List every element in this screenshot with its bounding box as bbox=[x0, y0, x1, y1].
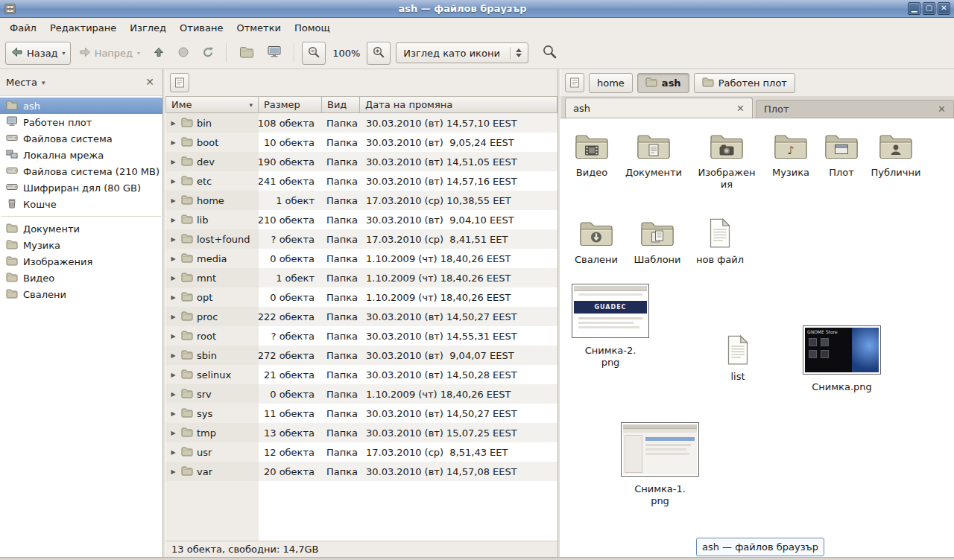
taskbar-window-button[interactable]: ash — файлов браузър bbox=[696, 538, 824, 556]
search-button[interactable] bbox=[537, 42, 563, 65]
minimize-button[interactable]: ▁ bbox=[908, 2, 920, 15]
sidebar-item-filesystem-210mb[interactable]: Файлова система (210 MB) bbox=[0, 163, 162, 179]
path-button-desktop[interactable]: Работен плот bbox=[694, 73, 795, 93]
file-row-var[interactable]: ▶ var20 обектаПапка30.03.2010 (вт) 14,57… bbox=[165, 462, 557, 481]
column-header-name[interactable]: Име▾ bbox=[165, 96, 259, 113]
stop-button[interactable] bbox=[172, 42, 195, 65]
file-row-boot[interactable]: ▶ boot10 обектаПапка30.03.2010 (вт) 9,05… bbox=[165, 133, 557, 152]
icon-item-documents[interactable]: Документи bbox=[620, 133, 687, 179]
sidebar-item-documents[interactable]: Документи bbox=[0, 220, 162, 237]
forward-dropdown-icon[interactable]: ▾ bbox=[137, 50, 140, 57]
file-row-sys[interactable]: ▶ sys11 обектаПапка30.03.2010 (вт) 14,50… bbox=[165, 404, 557, 423]
sidebar-item-encrypted-80gb[interactable]: Шифриран дял (80 GB) bbox=[0, 179, 162, 196]
file-row-opt[interactable]: ▶ opt0 обектаПапка1.10.2009 (чт) 18,40,2… bbox=[165, 287, 557, 307]
sidebar-item-filesystem[interactable]: Файлова система bbox=[0, 130, 162, 147]
sidebar-item-music[interactable]: Музика bbox=[0, 237, 162, 253]
expander-icon[interactable]: ▶ bbox=[169, 410, 177, 417]
file-row-home[interactable]: ▶ home1 обектПапка17.03.2010 (ср) 10,38,… bbox=[165, 191, 557, 210]
zoom-in-button[interactable] bbox=[367, 42, 391, 65]
up-button[interactable] bbox=[148, 42, 170, 65]
home-button[interactable] bbox=[234, 42, 259, 65]
tab-close-icon[interactable]: ✕ bbox=[938, 104, 946, 114]
expander-icon[interactable]: ▶ bbox=[169, 217, 177, 223]
forward-button[interactable]: Напред ▾ bbox=[73, 42, 146, 65]
path-button-ash[interactable]: ash bbox=[637, 73, 689, 93]
sidebar-item-desktop[interactable]: Работен плот bbox=[0, 114, 162, 130]
back-dropdown-icon[interactable]: ▾ bbox=[63, 50, 66, 57]
view-mode-select[interactable]: Изглед като икони bbox=[396, 42, 528, 63]
file-row-bin[interactable]: ▶ bin108 обектаПапка30.03.2010 (вт) 14,5… bbox=[165, 113, 557, 133]
expander-icon[interactable]: ▶ bbox=[169, 294, 177, 301]
expander-icon[interactable]: ▶ bbox=[169, 372, 177, 378]
column-header-type[interactable]: Вид bbox=[322, 96, 360, 113]
tab-close-icon[interactable]: ✕ bbox=[736, 104, 745, 113]
file-row-srv[interactable]: ▶ srv0 обектаПапка1.10.2009 (чт) 18,40,2… bbox=[165, 384, 557, 404]
file-row-media[interactable]: ▶ media0 обектаПапка1.10.2009 (чт) 18,40… bbox=[165, 249, 557, 268]
sidebar-item-pictures[interactable]: Изображения bbox=[0, 253, 162, 270]
file-row-mnt[interactable]: ▶ mnt1 обектПапка1.10.2009 (чт) 18,40,26… bbox=[165, 268, 557, 287]
expander-icon[interactable]: ▶ bbox=[169, 391, 177, 398]
expander-icon[interactable]: ▶ bbox=[169, 139, 177, 146]
icon-item-downloads[interactable]: Свалени bbox=[563, 220, 630, 266]
location-toggle-button[interactable] bbox=[565, 73, 584, 92]
expander-icon[interactable]: ▶ bbox=[169, 197, 177, 204]
expander-icon[interactable]: ▶ bbox=[169, 159, 177, 165]
expander-icon[interactable]: ▶ bbox=[169, 178, 177, 185]
menu-view[interactable]: Изглед bbox=[123, 18, 173, 37]
icon-item-snimka-1[interactable]: Снимка-1.png bbox=[621, 422, 699, 507]
location-toggle-button[interactable] bbox=[170, 73, 189, 92]
file-row-dev[interactable]: ▶ dev190 обектаПапка30.03.2010 (вт) 14,5… bbox=[165, 152, 557, 171]
file-row-selinux[interactable]: ▶ selinux21 обектаПапка30.03.2010 (вт) 1… bbox=[165, 365, 557, 384]
tab-desktop[interactable]: Плот✕ bbox=[756, 100, 954, 118]
expander-icon[interactable]: ▶ bbox=[169, 352, 177, 359]
expander-icon[interactable]: ▶ bbox=[169, 236, 177, 243]
expander-icon[interactable]: ▶ bbox=[169, 333, 177, 340]
expander-icon[interactable]: ▶ bbox=[169, 120, 177, 127]
sidebar-item-video[interactable]: Видео bbox=[0, 270, 162, 286]
file-row-usr[interactable]: ▶ usr12 обектаПапка17.03.2010 (ср) 8,51,… bbox=[165, 442, 557, 462]
icon-item-list[interactable]: list bbox=[704, 335, 771, 383]
icon-item-templates[interactable]: Шаблони bbox=[624, 220, 691, 266]
column-header-modified[interactable]: Дата на промяна bbox=[360, 96, 557, 113]
menu-bookmarks[interactable]: Отметки bbox=[230, 18, 287, 37]
expander-icon[interactable]: ▶ bbox=[169, 314, 177, 320]
icon-item-snimka[interactable]: GNOME Store Снимка.png bbox=[803, 325, 881, 393]
file-row-etc[interactable]: ▶ etc241 обектаПапка30.03.2010 (вт) 14,5… bbox=[165, 171, 557, 191]
sidebar-title[interactable]: Места bbox=[6, 77, 37, 88]
sidebar-item-trash[interactable]: Кошче bbox=[0, 196, 162, 212]
tab-ash[interactable]: ash✕ bbox=[565, 98, 753, 118]
icon-item-video[interactable]: Видео bbox=[558, 133, 625, 179]
path-button-home[interactable]: home bbox=[589, 73, 633, 93]
menu-help[interactable]: Помощ bbox=[288, 18, 337, 37]
expander-icon[interactable]: ▶ bbox=[169, 275, 177, 281]
icon-item-public[interactable]: Публични bbox=[862, 133, 929, 179]
expander-icon[interactable]: ▶ bbox=[169, 430, 177, 436]
file-row-lost+found[interactable]: ▶ lost+found? обектаПапка17.03.2010 (ср)… bbox=[165, 229, 557, 249]
menu-edit[interactable]: Редактиране bbox=[43, 18, 123, 37]
menu-go[interactable]: Отиване bbox=[173, 18, 230, 37]
sidebar-item-local-network[interactable]: Локална мрежа bbox=[0, 147, 162, 163]
menu-file[interactable]: Файл bbox=[3, 18, 43, 37]
sidebar-item-downloads[interactable]: Свалени bbox=[0, 286, 162, 302]
icon-item-pictures[interactable]: Изображения bbox=[693, 133, 760, 191]
file-row-sbin[interactable]: ▶ sbin272 обектаПапка30.03.2010 (вт) 9,0… bbox=[165, 346, 557, 365]
sidebar-item-ash[interactable]: ash bbox=[0, 98, 162, 114]
close-button[interactable]: ✕ bbox=[938, 2, 950, 15]
icon-item-snimka-2[interactable]: GUADEC Снимка-2.png bbox=[572, 284, 649, 369]
reload-button[interactable] bbox=[197, 42, 219, 65]
back-button[interactable]: Назад ▾ bbox=[5, 42, 71, 65]
computer-button[interactable] bbox=[262, 42, 287, 65]
expander-icon[interactable]: ▶ bbox=[169, 449, 177, 456]
column-header-size[interactable]: Размер bbox=[259, 96, 322, 113]
file-row-proc[interactable]: ▶ proc222 обектаПапка30.03.2010 (вт) 14,… bbox=[165, 307, 557, 326]
maximize-button[interactable]: ▢ bbox=[923, 2, 935, 15]
expander-icon[interactable]: ▶ bbox=[169, 468, 177, 475]
expander-icon[interactable]: ▶ bbox=[169, 255, 177, 262]
chevron-down-icon[interactable]: ▾ bbox=[42, 79, 45, 86]
file-row-root[interactable]: ▶ root? обектаПапка30.03.2010 (вт) 14,55… bbox=[165, 326, 557, 346]
sidebar-close-button[interactable]: ✕ bbox=[143, 76, 157, 89]
zoom-out-button[interactable] bbox=[302, 42, 326, 65]
icon-item-new-file[interactable]: нов файл bbox=[686, 218, 754, 266]
file-row-tmp[interactable]: ▶ tmp13 обектаПапка30.03.2010 (вт) 15,07… bbox=[165, 423, 557, 442]
file-row-lib[interactable]: ▶ lib210 обектаПапка30.03.2010 (вт) 9,04… bbox=[165, 210, 557, 229]
